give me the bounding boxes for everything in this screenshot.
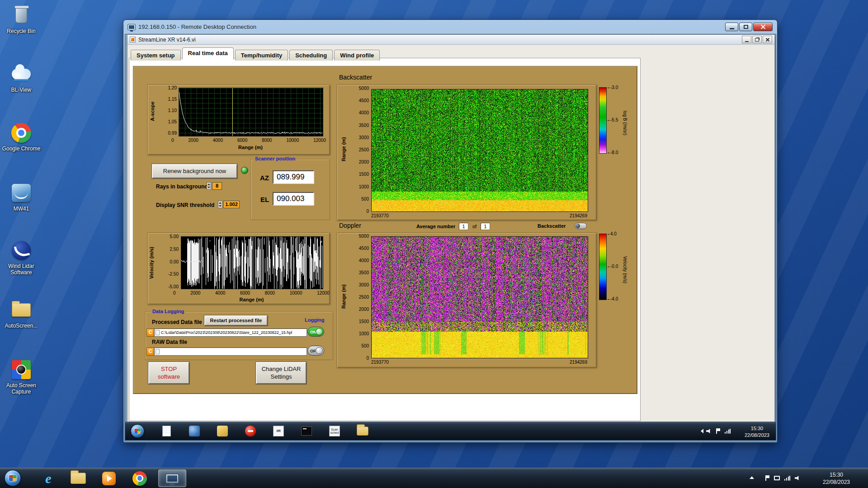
- processed-logging-toggle[interactable]: ON: [307, 327, 324, 337]
- raw-path-field[interactable]: [154, 347, 307, 356]
- desktop-icon-mw41[interactable]: MW41: [2, 182, 41, 212]
- renew-background-button[interactable]: Renew background now: [152, 164, 237, 178]
- elevation-field[interactable]: 090.003: [273, 192, 314, 206]
- tick-label: 0: [171, 138, 174, 143]
- tick-label: 500: [361, 344, 369, 348]
- tab-temp-humidity[interactable]: Temp/humidity: [235, 50, 288, 61]
- console-icon[interactable]: [301, 425, 312, 437]
- processed-path-field[interactable]: C:\Lidar\Data\Proc\2023\202308\20230822\…: [154, 328, 307, 337]
- processed-drive-button[interactable]: C: [146, 328, 154, 337]
- show-hidden-icons-button[interactable]: [750, 476, 754, 479]
- snr-spinner[interactable]: [218, 201, 222, 208]
- of-label: of: [472, 224, 476, 229]
- taskbar-item-explorer[interactable]: [66, 469, 90, 487]
- rdp-window-buttons: [724, 23, 773, 31]
- raw-logging-toggle[interactable]: OFF: [307, 346, 324, 356]
- taskbar-item-media-player[interactable]: [97, 469, 121, 487]
- file-icon: [156, 330, 160, 335]
- scanner-position-group: Scanner position AZ 089.999 EL 090.003: [250, 159, 330, 220]
- remote-network-icon[interactable]: [725, 429, 731, 434]
- elevation-label: EL: [260, 196, 269, 203]
- desktop-icon-label: MW41: [14, 206, 29, 212]
- tick-label: 4500: [359, 246, 369, 251]
- tick-label: 10000: [286, 138, 299, 143]
- taskbar-item-chrome[interactable]: [127, 469, 152, 487]
- notepad-icon[interactable]: [160, 425, 172, 437]
- volume-icon[interactable]: [795, 475, 800, 481]
- remote-clock[interactable]: 15:30 22/08/2023: [745, 425, 769, 439]
- rays-spinner[interactable]: [207, 182, 211, 190]
- renew-led-indicator[interactable]: [241, 167, 248, 174]
- change-lidar-settings-button[interactable]: Change LiDAR Settings: [256, 362, 307, 384]
- backscatter-y-ticks: 5000450040003500300025002000150010005000: [349, 86, 369, 214]
- backscatter-toggle[interactable]: [575, 223, 587, 229]
- tick-label: 6000: [237, 138, 247, 143]
- raw-drive-button[interactable]: C: [146, 347, 154, 356]
- remote-volume-icon[interactable]: [706, 428, 712, 434]
- tick-label: 0: [366, 209, 369, 214]
- tick-label: 2000: [190, 291, 200, 296]
- tick-label: 2500: [359, 295, 369, 300]
- desktop-icon-auto-screen-capture[interactable]: Auto Screen Capture: [2, 359, 41, 395]
- tab-scheduling[interactable]: Scheduling: [289, 50, 333, 61]
- power-app-icon[interactable]: [245, 425, 256, 437]
- colorbar-tick: -3.0: [608, 85, 618, 90]
- ascope-x-ticks: 020004000600080001000012000: [171, 138, 326, 143]
- chrome-icon: [10, 122, 33, 144]
- autoscreen-folder-icon: [10, 299, 33, 321]
- desktop-icon-label: AutoScreen...: [5, 323, 38, 329]
- vi-titlebar[interactable]: StreamLine XR v14-6.vi: [127, 35, 774, 45]
- scan-scheduler-icon[interactable]: Scan sched: [329, 425, 340, 437]
- vi-close-button[interactable]: [763, 36, 772, 43]
- doppler-y-ticks: 5000450040003500300025002000150010005000: [349, 234, 369, 361]
- tab-system-setup[interactable]: System setup: [131, 50, 181, 61]
- doppler-y-axis-label: Range (m): [341, 265, 346, 328]
- rays-field[interactable]: 8: [212, 182, 222, 190]
- taskbar-item-internet-explorer[interactable]: e: [36, 469, 61, 487]
- tick-label: 3500: [359, 123, 369, 128]
- velocity-y-ticks: 5.002.500.00-2.50-5.00: [159, 235, 179, 289]
- tick-label: 3000: [359, 283, 369, 287]
- restart-processed-file-button[interactable]: Restart processed file: [204, 315, 268, 326]
- rdp-titlebar[interactable]: 192.168.0.150 - Remote Desktop Connectio…: [125, 20, 776, 34]
- start-button[interactable]: [5, 470, 21, 486]
- xr-app-icon[interactable]: XR: [273, 425, 284, 437]
- desktop: Recycle Bin BL-View Google Chrome MW41 W…: [0, 0, 868, 488]
- tick-label: 5.00: [170, 235, 179, 239]
- desktop-icon-google-chrome[interactable]: Google Chrome: [2, 122, 41, 152]
- desktop-icon-bl-view[interactable]: BL-View: [2, 63, 41, 93]
- snr-field[interactable]: 1.002: [223, 201, 240, 208]
- average-total-field[interactable]: 1: [481, 223, 490, 230]
- scanner-position-title: Scanner position: [253, 156, 297, 161]
- display-icon[interactable]: [774, 476, 780, 480]
- vi-restore-button[interactable]: [752, 36, 762, 43]
- tab-wind-profile[interactable]: Wind profile: [334, 50, 380, 61]
- azimuth-field[interactable]: 089.999: [273, 170, 314, 184]
- remote-hidden-icons-button[interactable]: [701, 429, 703, 433]
- remote-app-icon-yellow[interactable]: [217, 425, 228, 437]
- remote-explorer-icon[interactable]: [357, 425, 368, 437]
- vi-minimize-button[interactable]: [742, 36, 751, 43]
- minimize-button[interactable]: [725, 23, 738, 31]
- colorbar-tick: -4.0: [608, 296, 618, 301]
- tab-real-time-data[interactable]: Real time data: [182, 47, 234, 60]
- remote-start-button[interactable]: [131, 424, 144, 438]
- system-clock[interactable]: 15:30 22/08/2023: [817, 471, 855, 486]
- desktop-icon-autoscreen[interactable]: AutoScreen...: [2, 299, 41, 329]
- remote-action-center-icon[interactable]: [716, 428, 720, 434]
- tick-label: 2000: [359, 307, 369, 312]
- network-icon[interactable]: [784, 476, 790, 481]
- maximize-button[interactable]: [739, 23, 752, 31]
- tick-label: -5.00: [168, 285, 179, 289]
- taskbar-item-remote-desktop[interactable]: [158, 469, 186, 487]
- tick-label: 2.50: [170, 247, 179, 252]
- average-number-field[interactable]: 1: [459, 223, 468, 230]
- desktop-icon-wind-lidar-software[interactable]: Wind Lidar Software: [2, 239, 41, 276]
- tick-label: 8000: [262, 138, 272, 143]
- stop-software-button[interactable]: STOP software: [148, 362, 189, 384]
- action-center-icon[interactable]: [765, 475, 769, 481]
- desktop-icon-recycle-bin[interactable]: Recycle Bin: [2, 5, 41, 34]
- close-button[interactable]: [753, 23, 773, 31]
- remote-app-icon-blue[interactable]: [189, 425, 200, 437]
- internet-explorer-icon: e: [45, 471, 51, 486]
